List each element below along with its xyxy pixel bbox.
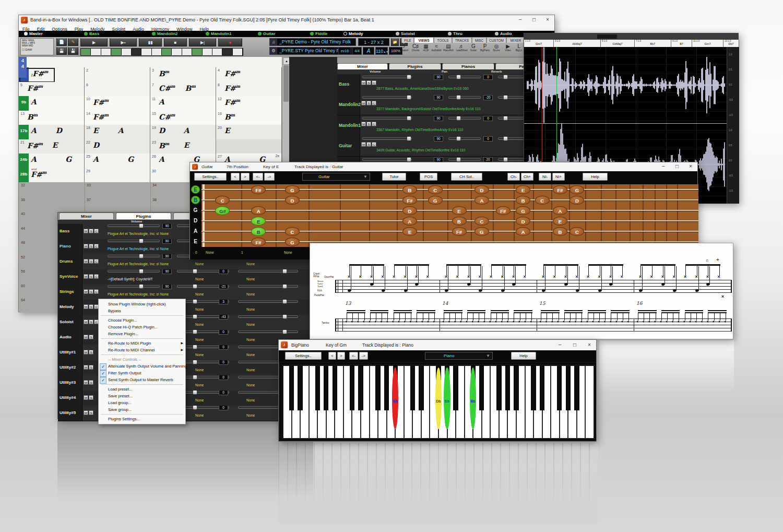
tempo-display[interactable]: 110▲▼ <box>375 47 388 55</box>
plug-volume-handle[interactable] <box>139 269 144 274</box>
bar-cell[interactable]: 4F#m <box>216 67 282 82</box>
black-key[interactable] <box>453 365 458 410</box>
bar-cell[interactable]: 17bAD <box>19 125 85 139</box>
daw-checkbox[interactable]: ☐ DAW <box>22 48 52 51</box>
trackbar-audio[interactable]: Audio <box>495 31 512 36</box>
guitar-btn-ni-[interactable]: NI- <box>539 173 551 181</box>
track-freeze-button[interactable]: C <box>372 101 376 105</box>
mixer-track-row[interactable]: Mandolin2MSC3377:Mandolin, BackgroundSol… <box>337 94 555 115</box>
black-key[interactable] <box>574 365 579 410</box>
plug-tab-mixer[interactable]: Mixer <box>59 212 114 219</box>
plug-mute-button[interactable]: M <box>84 259 88 264</box>
plug-solo-button[interactable]: S <box>89 350 93 354</box>
plug-freeze-button[interactable]: C <box>94 229 99 233</box>
guitar-btn-[interactable]: < <box>231 173 240 181</box>
reverb-handle[interactable] <box>503 95 508 100</box>
volume-handle[interactable] <box>407 136 411 141</box>
piano-btn-[interactable]: > <box>337 352 345 360</box>
plug-pan-handle[interactable] <box>193 406 197 410</box>
plug-mute-button[interactable]: M <box>84 304 88 309</box>
black-key[interactable] <box>358 365 363 410</box>
plug-solo-button[interactable]: S <box>89 274 93 279</box>
reverb-handle[interactable] <box>503 157 508 162</box>
guitar-btn-[interactable]: <- <box>253 173 263 181</box>
ribbon-icon-bigpiano[interactable]: PBigPiano <box>480 43 490 52</box>
bar-cell[interactable]: 16Bm <box>216 111 282 125</box>
reverb-handle[interactable] <box>503 136 508 141</box>
ctx-item-bypass[interactable]: Bypass <box>99 308 185 314</box>
pause-button[interactable]: ▮▮ <box>139 38 162 46</box>
file-format-block[interactable]: WAV WMAM4A + MP3WMA MID☐ DAW <box>20 38 54 55</box>
bar-cell[interactable]: 5F#m <box>19 82 85 97</box>
stop-button[interactable]: ■ <box>164 38 187 46</box>
track-freeze-button[interactable]: C <box>372 80 376 85</box>
pan-handle[interactable] <box>456 95 461 100</box>
plug-pan-handle[interactable] <box>193 330 197 334</box>
guitar-btn-[interactable]: -> <box>264 173 275 181</box>
piano-btn-[interactable]: -> <box>359 352 368 360</box>
save-as-button[interactable]: 💾 <box>68 47 78 55</box>
save-button[interactable]: 💾 <box>56 47 67 55</box>
bar-cell[interactable]: 15C#m <box>150 111 216 125</box>
guitar-maximize-button[interactable]: □ <box>670 162 684 171</box>
black-key[interactable] <box>410 365 415 410</box>
trackbar-master[interactable]: Master <box>24 31 43 36</box>
plug-extra-slider[interactable] <box>238 315 298 318</box>
plug-mute-button[interactable]: M <box>84 365 88 370</box>
piano-btn-[interactable]: < <box>328 352 336 360</box>
plug-extra-handle[interactable] <box>282 315 287 319</box>
ribbon-tab-file[interactable]: FILE <box>401 37 414 43</box>
volume-slider[interactable] <box>362 137 412 140</box>
guitar-btn-pos[interactable]: POS <box>420 173 437 181</box>
plug-extra-handle[interactable] <box>282 330 287 334</box>
trackbar-mandolin2[interactable]: Mandolin2 <box>152 31 178 36</box>
ribbon-icon-chords[interactable]: C♯Chords <box>410 43 421 52</box>
guitar-btn-[interactable]: > <box>241 173 250 181</box>
maximize-button[interactable]: □ <box>527 15 541 25</box>
black-key[interactable] <box>514 365 518 410</box>
track-mute-button[interactable]: M <box>361 80 366 85</box>
mixer-tab-pianos[interactable]: Pianos <box>442 63 494 69</box>
plug-track-row[interactable]: StringsMSC90-21Plogue Art et Technologie… <box>58 285 312 300</box>
ribbon-tab-tracks[interactable]: TRACKS <box>452 37 472 43</box>
ctx-item-choose-plugin---[interactable]: Choose Plugin... <box>99 317 185 324</box>
plug-track-row[interactable]: SynVoiceMSC900->[Default Synth]: CoyoteW… <box>58 269 312 285</box>
track-solo-button[interactable]: S <box>366 142 371 147</box>
guitar-btn-chsol[interactable]: CH Sol.. <box>451 173 482 181</box>
ctx-item-remove-plugin---[interactable]: Remove Plugin... <box>99 330 185 337</box>
plug-pan-handle[interactable] <box>193 391 197 395</box>
ctx-item-save-group---[interactable]: Save group... <box>99 406 185 413</box>
trackbar-guitar[interactable]: Guitar <box>258 31 276 36</box>
plug-mute-button[interactable]: M <box>84 335 88 339</box>
pan-slider[interactable] <box>448 76 481 78</box>
plug-mute-button[interactable]: M <box>84 229 88 233</box>
piano-close-button[interactable]: × <box>583 340 596 350</box>
trackbar-mandolin1[interactable]: Mandolin1 <box>206 31 232 36</box>
pan-handle[interactable] <box>456 136 461 141</box>
plug-mute-button[interactable]: M <box>84 244 88 249</box>
plug-pan-handle[interactable] <box>193 300 197 304</box>
black-key[interactable] <box>298 365 302 410</box>
song-title-field[interactable]: ♫_PYRE Demo - Pyre Old Timey Folk <box>269 38 356 46</box>
plug-freeze-button[interactable]: C <box>94 274 99 279</box>
wave-chord-ruler[interactable]: 1:1.0Gm73:1.0AbMaj75:1.0GbMaj77:1.0Bb79:… <box>524 40 739 48</box>
bar-progress-strip[interactable] <box>80 48 243 56</box>
bar-cell[interactable]: 23BmE <box>150 139 216 154</box>
piano-btn-settings[interactable]: Settings.. <box>285 352 322 360</box>
piano-titlebar[interactable]: ♪ BigPiano Key of Gm Track Displayed is … <box>279 340 596 351</box>
black-key[interactable] <box>566 365 571 410</box>
ctx-item-load-group---[interactable]: Load group... <box>99 399 185 406</box>
ctx-item-choose-hi-q-patch-plugin---[interactable]: Choose Hi-Q Patch Plugin... <box>99 324 185 330</box>
guitar-track-selector[interactable]: Guitar ▼ <box>302 173 370 181</box>
bar-cell[interactable]: 25AG <box>85 153 150 168</box>
plug-solo-button[interactable]: S <box>89 320 93 324</box>
piano-track-selector[interactable]: Piano ▼ <box>425 352 493 360</box>
trackbar-fiddle[interactable]: Fiddle <box>310 31 328 36</box>
black-key[interactable] <box>333 365 337 410</box>
track-freeze-button[interactable]: C <box>372 122 376 126</box>
plug-pan-handle[interactable] <box>193 375 197 380</box>
pan-handle[interactable] <box>456 157 461 162</box>
plug-solo-button[interactable]: S <box>89 395 93 400</box>
record-button[interactable]: ● <box>218 38 242 46</box>
plug-solo-button[interactable]: S <box>89 259 93 264</box>
